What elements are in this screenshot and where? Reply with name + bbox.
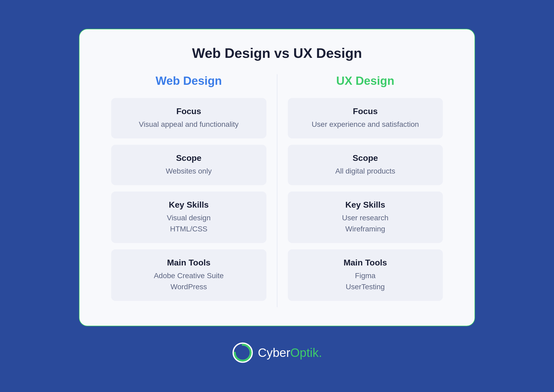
comparison-grid: Web Design Focus Visual appeal and funct…: [101, 74, 453, 307]
web-skills-label: Key Skills: [119, 200, 259, 210]
ux-focus-label: Focus: [296, 106, 435, 116]
web-design-header: Web Design: [156, 74, 222, 87]
ux-skills-label: Key Skills: [296, 200, 435, 210]
web-skills-card: Key Skills Visual designHTML/CSS: [111, 192, 266, 243]
web-skills-value: Visual designHTML/CSS: [119, 212, 259, 235]
ux-tools-value: FigmaUserTesting: [296, 270, 435, 292]
web-tools-label: Main Tools: [119, 258, 259, 268]
main-card: Web Design vs UX Design Web Design Focus…: [79, 29, 475, 326]
web-focus-label: Focus: [119, 106, 259, 116]
web-focus-value: Visual appeal and functionality: [119, 119, 259, 130]
logo-dot: .: [319, 346, 322, 360]
web-tools-card: Main Tools Adobe Creative SuiteWordPress: [111, 249, 266, 301]
ux-scope-value: All digital products: [296, 166, 435, 177]
logo-optik: Optik: [290, 346, 318, 360]
cyberoptik-logo-icon: [232, 342, 253, 363]
ux-design-header: UX Design: [336, 74, 394, 87]
web-scope-label: Scope: [119, 153, 259, 163]
web-tools-value: Adobe Creative SuiteWordPress: [119, 270, 259, 292]
card-title: Web Design vs UX Design: [192, 45, 362, 61]
logo-text: CyberOptik.: [258, 346, 322, 360]
web-scope-card: Scope Websites only: [111, 145, 266, 185]
ux-tools-label: Main Tools: [296, 258, 435, 268]
svg-point-0: [233, 343, 252, 362]
web-scope-value: Websites only: [119, 166, 259, 177]
ux-scope-label: Scope: [296, 153, 435, 163]
web-focus-card: Focus Visual appeal and functionality: [111, 98, 266, 138]
ux-focus-card: Focus User experience and satisfaction: [288, 98, 443, 138]
ux-skills-value: User researchWireframing: [296, 212, 435, 235]
web-design-column: Web Design Focus Visual appeal and funct…: [101, 74, 277, 307]
ux-design-column: UX Design Focus User experience and sati…: [277, 74, 454, 307]
logo-cyber: Cyber: [258, 346, 290, 360]
ux-scope-card: Scope All digital products: [288, 145, 443, 185]
logo-area: CyberOptik.: [232, 342, 322, 363]
ux-focus-value: User experience and satisfaction: [296, 119, 435, 130]
ux-skills-card: Key Skills User researchWireframing: [288, 192, 443, 243]
ux-tools-card: Main Tools FigmaUserTesting: [288, 249, 443, 301]
